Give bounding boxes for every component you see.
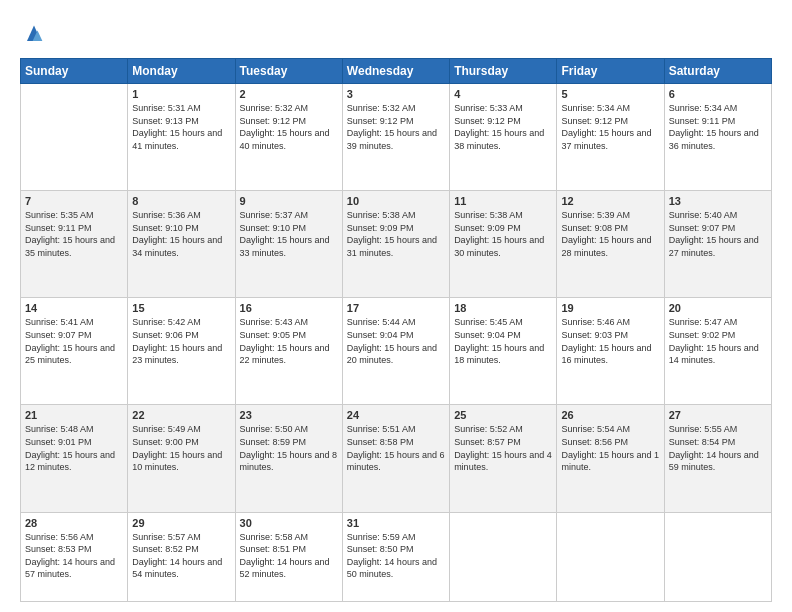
calendar-header-thursday: Thursday	[450, 59, 557, 84]
calendar-cell	[557, 512, 664, 601]
calendar-cell: 8Sunrise: 5:36 AMSunset: 9:10 PMDaylight…	[128, 191, 235, 298]
day-number: 12	[561, 195, 659, 207]
day-number: 25	[454, 409, 552, 421]
day-number: 19	[561, 302, 659, 314]
day-number: 2	[240, 88, 338, 100]
day-number: 31	[347, 517, 445, 529]
cell-content: Sunrise: 5:34 AMSunset: 9:11 PMDaylight:…	[669, 102, 767, 152]
day-number: 27	[669, 409, 767, 421]
day-number: 6	[669, 88, 767, 100]
calendar-cell: 1Sunrise: 5:31 AMSunset: 9:13 PMDaylight…	[128, 84, 235, 191]
day-number: 18	[454, 302, 552, 314]
day-number: 22	[132, 409, 230, 421]
calendar-header-wednesday: Wednesday	[342, 59, 449, 84]
cell-content: Sunrise: 5:39 AMSunset: 9:08 PMDaylight:…	[561, 209, 659, 259]
calendar-header-tuesday: Tuesday	[235, 59, 342, 84]
cell-content: Sunrise: 5:45 AMSunset: 9:04 PMDaylight:…	[454, 316, 552, 366]
cell-content: Sunrise: 5:57 AMSunset: 8:52 PMDaylight:…	[132, 531, 230, 581]
calendar-cell: 13Sunrise: 5:40 AMSunset: 9:07 PMDayligh…	[664, 191, 771, 298]
calendar-cell: 27Sunrise: 5:55 AMSunset: 8:54 PMDayligh…	[664, 405, 771, 512]
cell-content: Sunrise: 5:58 AMSunset: 8:51 PMDaylight:…	[240, 531, 338, 581]
cell-content: Sunrise: 5:40 AMSunset: 9:07 PMDaylight:…	[669, 209, 767, 259]
calendar-cell: 2Sunrise: 5:32 AMSunset: 9:12 PMDaylight…	[235, 84, 342, 191]
cell-content: Sunrise: 5:59 AMSunset: 8:50 PMDaylight:…	[347, 531, 445, 581]
calendar-cell	[450, 512, 557, 601]
cell-content: Sunrise: 5:32 AMSunset: 9:12 PMDaylight:…	[240, 102, 338, 152]
cell-content: Sunrise: 5:49 AMSunset: 9:00 PMDaylight:…	[132, 423, 230, 473]
day-number: 20	[669, 302, 767, 314]
calendar-cell: 3Sunrise: 5:32 AMSunset: 9:12 PMDaylight…	[342, 84, 449, 191]
day-number: 17	[347, 302, 445, 314]
day-number: 29	[132, 517, 230, 529]
cell-content: Sunrise: 5:33 AMSunset: 9:12 PMDaylight:…	[454, 102, 552, 152]
calendar-cell: 6Sunrise: 5:34 AMSunset: 9:11 PMDaylight…	[664, 84, 771, 191]
calendar-cell: 29Sunrise: 5:57 AMSunset: 8:52 PMDayligh…	[128, 512, 235, 601]
calendar-cell: 23Sunrise: 5:50 AMSunset: 8:59 PMDayligh…	[235, 405, 342, 512]
calendar-cell: 22Sunrise: 5:49 AMSunset: 9:00 PMDayligh…	[128, 405, 235, 512]
logo-icon	[20, 20, 48, 48]
page: SundayMondayTuesdayWednesdayThursdayFrid…	[0, 0, 792, 612]
calendar-cell: 4Sunrise: 5:33 AMSunset: 9:12 PMDaylight…	[450, 84, 557, 191]
calendar-table: SundayMondayTuesdayWednesdayThursdayFrid…	[20, 58, 772, 602]
calendar-header-sunday: Sunday	[21, 59, 128, 84]
calendar-header-saturday: Saturday	[664, 59, 771, 84]
day-number: 30	[240, 517, 338, 529]
calendar-row-3: 21Sunrise: 5:48 AMSunset: 9:01 PMDayligh…	[21, 405, 772, 512]
day-number: 11	[454, 195, 552, 207]
calendar-cell: 9Sunrise: 5:37 AMSunset: 9:10 PMDaylight…	[235, 191, 342, 298]
calendar-cell: 20Sunrise: 5:47 AMSunset: 9:02 PMDayligh…	[664, 298, 771, 405]
calendar-cell: 31Sunrise: 5:59 AMSunset: 8:50 PMDayligh…	[342, 512, 449, 601]
header	[20, 20, 772, 48]
calendar-cell: 16Sunrise: 5:43 AMSunset: 9:05 PMDayligh…	[235, 298, 342, 405]
calendar-cell: 17Sunrise: 5:44 AMSunset: 9:04 PMDayligh…	[342, 298, 449, 405]
day-number: 24	[347, 409, 445, 421]
cell-content: Sunrise: 5:52 AMSunset: 8:57 PMDaylight:…	[454, 423, 552, 473]
calendar-header-monday: Monday	[128, 59, 235, 84]
day-number: 5	[561, 88, 659, 100]
cell-content: Sunrise: 5:56 AMSunset: 8:53 PMDaylight:…	[25, 531, 123, 581]
calendar-cell: 24Sunrise: 5:51 AMSunset: 8:58 PMDayligh…	[342, 405, 449, 512]
calendar-row-2: 14Sunrise: 5:41 AMSunset: 9:07 PMDayligh…	[21, 298, 772, 405]
cell-content: Sunrise: 5:38 AMSunset: 9:09 PMDaylight:…	[454, 209, 552, 259]
day-number: 26	[561, 409, 659, 421]
calendar-cell: 21Sunrise: 5:48 AMSunset: 9:01 PMDayligh…	[21, 405, 128, 512]
day-number: 13	[669, 195, 767, 207]
cell-content: Sunrise: 5:36 AMSunset: 9:10 PMDaylight:…	[132, 209, 230, 259]
calendar-cell: 30Sunrise: 5:58 AMSunset: 8:51 PMDayligh…	[235, 512, 342, 601]
day-number: 16	[240, 302, 338, 314]
calendar-header-row: SundayMondayTuesdayWednesdayThursdayFrid…	[21, 59, 772, 84]
cell-content: Sunrise: 5:55 AMSunset: 8:54 PMDaylight:…	[669, 423, 767, 473]
calendar-cell	[21, 84, 128, 191]
cell-content: Sunrise: 5:34 AMSunset: 9:12 PMDaylight:…	[561, 102, 659, 152]
day-number: 7	[25, 195, 123, 207]
cell-content: Sunrise: 5:47 AMSunset: 9:02 PMDaylight:…	[669, 316, 767, 366]
day-number: 4	[454, 88, 552, 100]
cell-content: Sunrise: 5:31 AMSunset: 9:13 PMDaylight:…	[132, 102, 230, 152]
calendar-cell: 15Sunrise: 5:42 AMSunset: 9:06 PMDayligh…	[128, 298, 235, 405]
cell-content: Sunrise: 5:42 AMSunset: 9:06 PMDaylight:…	[132, 316, 230, 366]
calendar-row-0: 1Sunrise: 5:31 AMSunset: 9:13 PMDaylight…	[21, 84, 772, 191]
cell-content: Sunrise: 5:48 AMSunset: 9:01 PMDaylight:…	[25, 423, 123, 473]
calendar-cell: 7Sunrise: 5:35 AMSunset: 9:11 PMDaylight…	[21, 191, 128, 298]
cell-content: Sunrise: 5:50 AMSunset: 8:59 PMDaylight:…	[240, 423, 338, 473]
cell-content: Sunrise: 5:44 AMSunset: 9:04 PMDaylight:…	[347, 316, 445, 366]
day-number: 10	[347, 195, 445, 207]
cell-content: Sunrise: 5:41 AMSunset: 9:07 PMDaylight:…	[25, 316, 123, 366]
cell-content: Sunrise: 5:43 AMSunset: 9:05 PMDaylight:…	[240, 316, 338, 366]
day-number: 21	[25, 409, 123, 421]
cell-content: Sunrise: 5:35 AMSunset: 9:11 PMDaylight:…	[25, 209, 123, 259]
day-number: 15	[132, 302, 230, 314]
cell-content: Sunrise: 5:54 AMSunset: 8:56 PMDaylight:…	[561, 423, 659, 473]
cell-content: Sunrise: 5:51 AMSunset: 8:58 PMDaylight:…	[347, 423, 445, 473]
day-number: 23	[240, 409, 338, 421]
calendar-cell: 25Sunrise: 5:52 AMSunset: 8:57 PMDayligh…	[450, 405, 557, 512]
day-number: 3	[347, 88, 445, 100]
calendar-cell: 10Sunrise: 5:38 AMSunset: 9:09 PMDayligh…	[342, 191, 449, 298]
day-number: 1	[132, 88, 230, 100]
day-number: 8	[132, 195, 230, 207]
calendar-row-4: 28Sunrise: 5:56 AMSunset: 8:53 PMDayligh…	[21, 512, 772, 601]
calendar-row-1: 7Sunrise: 5:35 AMSunset: 9:11 PMDaylight…	[21, 191, 772, 298]
logo	[20, 20, 52, 48]
cell-content: Sunrise: 5:37 AMSunset: 9:10 PMDaylight:…	[240, 209, 338, 259]
calendar-cell: 18Sunrise: 5:45 AMSunset: 9:04 PMDayligh…	[450, 298, 557, 405]
